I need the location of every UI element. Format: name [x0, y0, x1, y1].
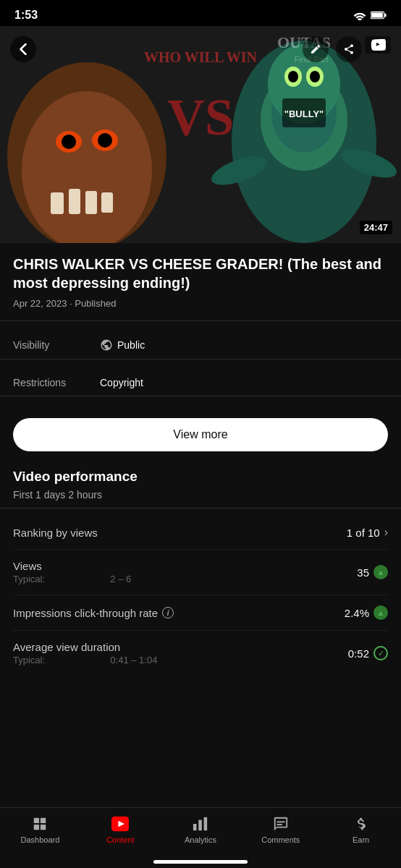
views-value: 35 ▲: [357, 565, 388, 579]
dashboard-label: Dashboard: [20, 835, 59, 844]
svg-text:VS: VS: [167, 88, 234, 146]
dashboard-icon: [31, 815, 48, 833]
performance-period: First 1 days 2 hours: [13, 489, 388, 501]
comments-label: Comments: [261, 835, 300, 844]
battery-icon: [371, 11, 387, 20]
views-number: 35: [357, 566, 369, 579]
svg-rect-35: [277, 821, 284, 822]
views-label: Views: [13, 560, 131, 572]
avg-duration-number: 0:52: [348, 647, 369, 660]
earn-label: Earn: [353, 835, 369, 844]
ranking-label: Ranking by views: [13, 527, 98, 539]
ctr-arrow-icon: ▲: [373, 605, 388, 620]
edit-button[interactable]: [303, 36, 329, 62]
svg-text:"BULLY": "BULLY": [284, 109, 324, 119]
performance-section: Video performance First 1 days 2 hours R…: [13, 469, 388, 676]
svg-rect-7: [69, 189, 80, 214]
video-duration: 24:47: [360, 221, 392, 234]
tab-bar-spacer: [13, 676, 388, 741]
check-icon: ✓: [373, 646, 388, 660]
content-area: CHRIS WALKER VS CHEESE GRADER! (The best…: [0, 243, 401, 752]
avg-duration-sublabel: Typical: 0:41 – 1:04: [13, 655, 157, 665]
restrictions-text: Copyright: [100, 377, 143, 388]
avg-duration-label: Average view duration: [13, 641, 157, 653]
analytics-label: Analytics: [185, 835, 216, 844]
status-bar: 1:53: [0, 0, 401, 26]
visibility-value: Public: [100, 339, 145, 352]
svg-rect-33: [198, 820, 202, 831]
share-icon: [343, 43, 355, 55]
divider-1: [0, 320, 401, 321]
status-icons: [353, 10, 387, 20]
avg-duration-value: 0:52 ✓: [348, 646, 388, 660]
video-meta: Apr 22, 2023 · Published: [13, 298, 388, 309]
svg-rect-1: [384, 14, 386, 17]
restrictions-label: Restrictions: [13, 377, 100, 388]
video-thumbnail: VS WHO WILL WIN OUTAS Final Part "BULLY": [0, 26, 401, 243]
content-label: Content: [106, 835, 135, 844]
visibility-label: Visibility: [13, 339, 100, 351]
divider-3: [0, 396, 401, 396]
svg-text:WHO WILL WIN: WHO WILL WIN: [144, 49, 258, 65]
svg-point-23: [310, 71, 320, 82]
section-title: Video performance: [13, 469, 388, 485]
back-button[interactable]: [10, 36, 36, 62]
comments-icon: [272, 815, 290, 833]
visibility-row: Visibility Public: [13, 331, 388, 359]
youtube-icon: [370, 39, 386, 51]
globe-icon: [100, 339, 113, 352]
restrictions-row: Restrictions Copyright: [13, 370, 388, 396]
share-button[interactable]: [336, 36, 362, 62]
svg-point-13: [98, 133, 112, 148]
ctr-label: Impressions click-through rate i: [13, 607, 174, 619]
wifi-icon: [353, 10, 366, 20]
status-time: 1:53: [14, 9, 38, 22]
tab-earn[interactable]: Earn: [321, 815, 401, 844]
chevron-left-icon: [20, 43, 27, 55]
pencil-icon: [310, 43, 321, 55]
views-row: Views Typical: 2 – 6 35 ▲: [13, 550, 388, 595]
restrictions-value: Copyright: [100, 377, 143, 388]
svg-point-12: [62, 135, 76, 149]
views-sublabel: Typical: 2 – 6: [13, 574, 131, 584]
arrow-up-icon: ▲: [373, 565, 388, 579]
chevron-right-icon: ›: [384, 526, 388, 539]
perf-divider: [0, 508, 401, 509]
svg-rect-8: [85, 191, 97, 214]
ctr-number: 2.4%: [345, 607, 369, 619]
ranking-value: 1 of 10 ›: [347, 526, 388, 539]
svg-rect-36: [277, 824, 282, 825]
content-play-icon: [111, 815, 129, 833]
tab-bar: Dashboard Content Analytics: [0, 807, 401, 868]
ctr-value: 2.4% ▲: [345, 605, 388, 620]
divider-2: [0, 359, 401, 359]
tab-comments[interactable]: Comments: [240, 815, 321, 844]
visibility-text: Public: [117, 339, 145, 351]
svg-rect-32: [193, 824, 197, 830]
video-title: CHRIS WALKER VS CHEESE GRADER! (The best…: [13, 255, 388, 292]
earn-icon: [353, 815, 370, 833]
youtube-button[interactable]: [365, 36, 391, 54]
analytics-icon: [192, 815, 209, 833]
tab-analytics[interactable]: Analytics: [161, 815, 241, 844]
ctr-row: Impressions click-through rate i 2.4% ▲: [13, 595, 388, 631]
info-icon[interactable]: i: [162, 607, 174, 618]
tab-content[interactable]: Content: [80, 815, 161, 844]
svg-rect-2: [371, 12, 383, 17]
view-more-button[interactable]: View more: [13, 418, 388, 451]
home-indicator: [153, 860, 248, 864]
ranking-row[interactable]: Ranking by views 1 of 10 ›: [13, 516, 388, 550]
avg-duration-row: Average view duration Typical: 0:41 – 1:…: [13, 631, 388, 676]
tab-dashboard[interactable]: Dashboard: [0, 815, 80, 844]
svg-point-22: [288, 71, 298, 82]
svg-rect-34: [204, 817, 208, 830]
svg-rect-6: [51, 192, 64, 214]
svg-point-5: [22, 91, 152, 243]
svg-rect-9: [101, 192, 113, 213]
